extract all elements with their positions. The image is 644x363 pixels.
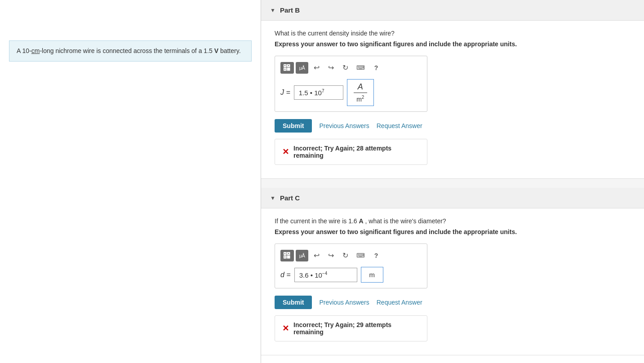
part-c-label: Part C (280, 194, 300, 202)
part-c-toolbar: μÅ ↩ ↪ ↻ ⌨ ? (280, 249, 422, 261)
part-c-undo-button[interactable]: ↩ (310, 249, 323, 261)
part-b-keyboard-button[interactable]: ⌨ (353, 62, 368, 74)
left-panel: A 10-cm-long nichrome wire is connected … (0, 0, 261, 363)
part-c-submit-row: Submit Previous Answers Request Answer (275, 296, 631, 309)
part-c-unit-box[interactable]: m (361, 267, 383, 283)
svg-rect-6 (287, 68, 290, 71)
part-c-keyboard-button[interactable]: ⌨ (353, 250, 368, 261)
part-c-submit-button[interactable]: Submit (275, 296, 312, 309)
part-b-question: What is the current density inside the w… (275, 30, 631, 37)
part-b-incorrect-icon: ✕ (282, 147, 289, 157)
part-b-expression-label: J = (280, 89, 290, 97)
part-b-m2-sup: 2 (362, 95, 364, 100)
part-b-request-answer-link[interactable]: Request Answer (377, 122, 422, 129)
part-b-submit-button[interactable]: Submit (275, 119, 312, 133)
part-c-content: If the current in the wire is 1.6 A , wh… (261, 208, 644, 355)
part-c-ampere: A (359, 217, 364, 225)
svg-rect-13 (287, 256, 290, 258)
part-c-feedback-text: Incorrect; Try Again; 29 attempts remain… (293, 321, 420, 336)
svg-rect-1 (284, 65, 285, 66)
part-c-refresh-button[interactable]: ↻ (339, 249, 351, 261)
part-b-unit-numerator: A (354, 82, 367, 93)
part-b-content: What is the current density inside the w… (261, 21, 644, 178)
part-b-instruction: Express your answer to two significant f… (275, 40, 631, 48)
part-c-request-answer-link[interactable]: Request Answer (377, 299, 422, 306)
unit-cm: cm (31, 47, 40, 54)
part-b-undo-button[interactable]: ↩ (310, 62, 323, 74)
part-c-instruction: Express your answer to two significant f… (275, 228, 631, 235)
part-b-value-box[interactable]: 1.5 • 107 (294, 85, 343, 100)
part-c-expression-label: d = (280, 271, 291, 279)
part-b-submit-row: Submit Previous Answers Request Answer (275, 119, 631, 133)
part-b-redo-button[interactable]: ↪ (324, 62, 337, 74)
svg-rect-8 (284, 253, 285, 254)
part-b-feedback-text: Incorrect; Try Again; 28 attempts remain… (293, 145, 420, 159)
svg-rect-10 (288, 253, 289, 254)
part-b-arrow-icon: ▼ (270, 7, 275, 13)
part-b-toolbar: μÅ ↩ ↪ ↻ ⌨ ? (280, 62, 422, 74)
part-b-feedback: ✕ Incorrect; Try Again; 28 attempts rema… (275, 139, 427, 165)
part-c-feedback: ✕ Incorrect; Try Again; 29 attempts rema… (275, 315, 427, 341)
part-b-expression-row: J = 1.5 • 107 A m2 (280, 79, 422, 106)
part-b-header[interactable]: ▼ Part B (261, 0, 644, 21)
part-b-exp: 7 (322, 89, 324, 93)
part-b-refresh-button[interactable]: ↻ (339, 62, 351, 74)
part-b-label: Part B (280, 6, 300, 14)
section-gap (261, 179, 644, 188)
voltage-unit: V (214, 47, 218, 54)
part-b-fractions-button[interactable] (280, 62, 294, 74)
svg-rect-12 (284, 257, 285, 257)
part-c-unit: m (369, 271, 375, 279)
part-c-fractions-button[interactable] (280, 250, 294, 261)
part-c-previous-answers-link[interactable]: Previous Answers (319, 299, 369, 306)
part-c-expression-row: d = 3.6 • 10−4 m (280, 267, 422, 283)
part-c-greek-button[interactable]: μÅ (296, 250, 308, 261)
part-b-greek-button[interactable]: μÅ (296, 62, 308, 74)
svg-rect-5 (284, 69, 285, 70)
problem-statement: A 10-cm-long nichrome wire is connected … (9, 40, 252, 62)
part-b-unit-denominator: m2 (354, 94, 367, 103)
section-part-b: ▼ Part B What is the current density ins… (261, 0, 644, 179)
part-b-math-input: μÅ ↩ ↪ ↻ ⌨ ? J = 1.5 • 107 A m2 (275, 56, 427, 112)
part-b-previous-answers-link[interactable]: Previous Answers (319, 122, 369, 129)
part-c-math-input: μÅ ↩ ↪ ↻ ⌨ ? d = 3.6 • 10−4 m (275, 243, 427, 288)
svg-rect-3 (288, 65, 289, 66)
part-c-incorrect-icon: ✕ (282, 323, 289, 333)
section-part-c: ▼ Part C If the current in the wire is 1… (261, 188, 644, 355)
right-panel: ▼ Part B What is the current density ins… (261, 0, 644, 363)
part-b-unit-fraction[interactable]: A m2 (347, 79, 374, 106)
part-c-exp: −4 (322, 271, 327, 276)
part-c-redo-button[interactable]: ↪ (324, 249, 337, 261)
part-c-arrow-icon: ▼ (270, 195, 275, 201)
problem-text: A 10-cm-long nichrome wire is connected … (17, 47, 241, 54)
part-c-value-box[interactable]: 3.6 • 10−4 (294, 268, 357, 282)
part-b-value: 1.5 • 10 (299, 89, 322, 97)
part-c-header[interactable]: ▼ Part C (261, 188, 644, 208)
part-c-help-button[interactable]: ? (370, 250, 382, 261)
part-c-value: 3.6 • 10 (299, 271, 322, 279)
part-b-help-button[interactable]: ? (370, 62, 382, 74)
part-c-question: If the current in the wire is 1.6 A , wh… (275, 217, 631, 225)
